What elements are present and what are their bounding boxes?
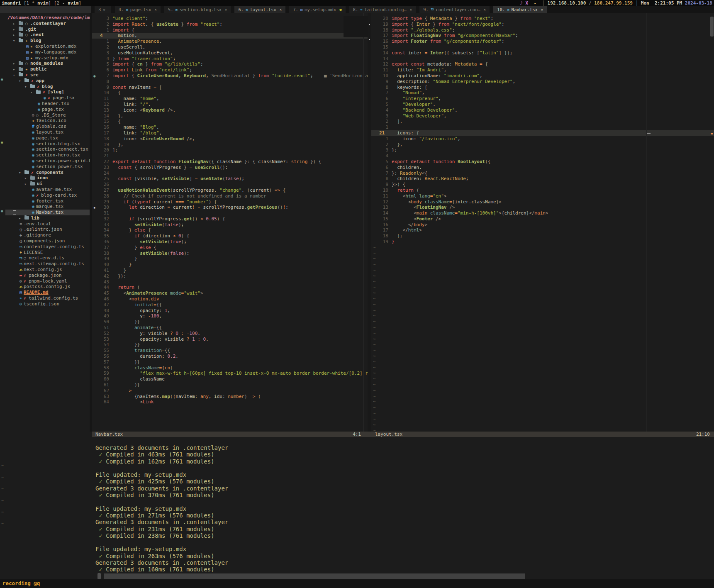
tree-item-section-power.tsx[interactable]: ◉section-power.tsx xyxy=(5,164,90,170)
tree-item-next-env.d.ts[interactable]: TS○next-env.d.ts xyxy=(5,255,90,261)
buffer-tab-my-setup.mdx[interactable]: 7.▤my-setup.mdx● xyxy=(289,6,345,13)
close-icon[interactable]: ✕ xyxy=(541,7,543,12)
editor-pane-navbar[interactable]: 3"use client";2import React, { useState … xyxy=(92,13,368,432)
tree-item-ui[interactable]: ▸ui xyxy=(5,181,90,187)
window-separator[interactable] xyxy=(368,13,371,432)
tree-item-marque.tsx[interactable]: ◉marque.tsx xyxy=(5,204,90,210)
tree-item-app[interactable]: ▾✗app xyxy=(5,78,90,84)
tree-item-layout.tsx[interactable]: ◉layout.tsx xyxy=(5,129,90,135)
code-line: 1 xyxy=(371,124,714,130)
tree-item-my-setup.mdx[interactable]: ▤★my-setup.mdx xyxy=(5,55,90,61)
code-text: "Nomad", xyxy=(392,90,424,95)
tree-item-header.tsx[interactable]: ◉header.tsx xyxy=(5,101,90,107)
tree-item-.next[interactable]: ▸○.next xyxy=(5,32,90,38)
tree-item-lib[interactable]: ▸lib xyxy=(5,215,90,221)
tree-item-globals.css[interactable]: #globals.css xyxy=(5,124,90,129)
tree-item-my-language.mdx[interactable]: ▤★my-language.mdx xyxy=(5,49,90,55)
file-icon: ⚙ xyxy=(18,301,24,307)
tree-item-label: section-connect.tsx xyxy=(36,146,88,152)
empty-line: ~ xyxy=(371,313,714,319)
tree-item-label: .gitignore xyxy=(24,232,51,238)
tree-item-postcss.config.js[interactable]: JSpostcss.config.js xyxy=(5,284,90,290)
buffer-tab-3[interactable]: 3⊕ xyxy=(95,6,111,13)
statusline-filename: layout.tsx xyxy=(375,432,402,437)
modified-dot-icon[interactable]: ● xyxy=(339,7,341,12)
tree-item-favicon.ico[interactable]: ★favicon.ico xyxy=(5,118,90,124)
tree-item-section-power-grid.tsx[interactable]: ◉section-power-grid.tsx xyxy=(5,158,90,164)
buffer-tab-Navbar.tsx[interactable]: 10.◉Navbar.tsx✕ xyxy=(493,6,547,13)
tree-item-.contentlayer[interactable]: ▸○.contentlayer xyxy=(5,21,90,27)
tree-item-.git[interactable]: ▸.git xyxy=(5,27,90,32)
tree-item-page.tsx[interactable]: ◉page.tsx xyxy=(5,135,90,141)
tree-item-package.json[interactable]: ▬✗package.json xyxy=(5,273,90,278)
close-icon[interactable]: ✕ xyxy=(484,7,486,12)
tree-item-page.tsx[interactable]: ◉page.tsx xyxy=(5,107,90,112)
tree-item-.gitignore[interactable]: ◆.gitignore xyxy=(5,232,90,238)
tree-item-src[interactable]: ▾✗src xyxy=(5,72,90,78)
tree-item-node_modules[interactable]: ▸○node_modules xyxy=(5,61,90,66)
code-line: 14 }, xyxy=(92,113,368,119)
tree-item-blog[interactable]: ▾★blog xyxy=(5,38,90,44)
tilde: ~ xyxy=(371,331,376,336)
tree-item-.DS_Store[interactable]: ⚙○.DS_Store xyxy=(5,112,90,118)
close-icon[interactable]: ✕ xyxy=(225,7,227,12)
line-number: 53 xyxy=(99,337,112,342)
buffer-tab-tailwind.config…[interactable]: 8.≈tailwind.config…✕ xyxy=(349,6,416,13)
file-icon: # xyxy=(30,124,36,129)
tree-item-.eslintrc.json[interactable]: {}.eslintrc.json xyxy=(5,227,90,232)
tree-item-components.json[interactable]: {}components.json xyxy=(5,238,90,244)
close-icon[interactable]: ✕ xyxy=(410,7,412,12)
line-number: 50 xyxy=(99,319,112,325)
tree-item-README.md[interactable]: ▤README.md xyxy=(5,290,90,295)
code-text: applicationName: "imandri.com", xyxy=(392,73,482,78)
scrollbar-thumb[interactable] xyxy=(710,17,714,37)
buffer-tab-contentlayer.con…[interactable]: 9.TScontentlayer.con…✕ xyxy=(419,6,490,13)
buffer-tab-layout.tsx[interactable]: 6.◉layout.tsx✕ xyxy=(234,6,285,13)
tree-item-page.tsx[interactable]: ◉✗page.tsx xyxy=(5,95,90,101)
line-number: 4 xyxy=(99,33,112,39)
scrollbar-thumb[interactable] xyxy=(344,16,368,37)
tree-item-blog[interactable]: ▾✗blog xyxy=(5,84,90,90)
tilde: ~ xyxy=(371,251,376,256)
tree-item-LICENSE[interactable]: ♦LICENSE xyxy=(5,250,90,256)
close-icon[interactable]: ✕ xyxy=(154,7,156,12)
tree-item-next-sitemap.config.ts[interactable]: TSnext-sitemap.config.ts xyxy=(5,261,90,267)
tree-item-Navbar.tsx[interactable]: ◉Navbar.tsx xyxy=(5,210,90,215)
editor-pane-layout[interactable]: 20import type { Metadata } from "next";1… xyxy=(371,13,714,432)
tree-item-icon[interactable]: ▸icon xyxy=(5,175,90,181)
tree-item-public[interactable]: ▸★public xyxy=(5,66,90,72)
code-line: 5 "Developer", xyxy=(371,102,714,107)
file-icon: {} xyxy=(18,239,24,244)
tree-item-section-connect.tsx[interactable]: ◉section-connect.tsx xyxy=(5,146,90,152)
scrollbar-thumb[interactable] xyxy=(97,573,101,579)
log-line: Generated 3 documents in .contentlayer xyxy=(95,485,714,492)
tmux-status-segment: Mon 2:21:05 PM xyxy=(641,0,685,6)
tree-item-next.config.js[interactable]: JSnext.config.js xyxy=(5,267,90,273)
tilde: ~ xyxy=(371,342,376,347)
close-icon[interactable]: ✕ xyxy=(280,7,282,12)
buffer-tab-page.tsx[interactable]: 4.◉page.tsx✕ xyxy=(115,6,161,13)
tmux-session-info[interactable]: imandri [1 * nvim] [2 - nvim] xyxy=(0,0,81,6)
tree-item-.env.local[interactable]: ≡.env.local xyxy=(5,221,90,227)
tree-item-avatar-me.tsx[interactable]: ◉avatar-me.tsx xyxy=(5,187,90,193)
tree-item-section-blog.tsx[interactable]: ◉section-blog.tsx xyxy=(5,141,90,147)
code-line: 18 ); xyxy=(371,233,714,239)
tree-item-pnpm-lock.yaml[interactable]: ⚙✗pnpm-lock.yaml xyxy=(5,278,90,284)
tree-item-tailwind.config.ts[interactable]: ≈✗tailwind.config.ts xyxy=(5,295,90,301)
code-line: 14const inter = Inter({ subsets: ["latin… xyxy=(371,50,714,56)
tree-item-section-hero.tsx[interactable]: ◉section-hero.tsx xyxy=(5,152,90,158)
line-number: 2 xyxy=(99,22,112,27)
line-number: 15 xyxy=(99,119,112,124)
tree-item-tsconfig.json[interactable]: ⚙tsconfig.json xyxy=(5,301,90,307)
code-line: 13 icon: <Keyboard />, xyxy=(92,107,368,113)
statusline-navbar: Navbar.tsx 4:1 xyxy=(92,432,368,437)
tree-item-footer.tsx[interactable]: ◉footer.tsx xyxy=(5,198,90,204)
terminal-pane[interactable]: Generated 3 documents in .contentlayer ✓… xyxy=(92,437,714,579)
tree-item-components[interactable]: ▾✗components xyxy=(5,170,90,176)
tree-item-[slug][interactable]: ▾✗[slug] xyxy=(5,89,90,95)
code-text: let direction = current! - scrollYProgre… xyxy=(112,205,288,210)
tree-item-blog-card.tsx[interactable]: ◉✗blog-card.tsx xyxy=(5,193,90,198)
tree-item-contentlayer.config.ts[interactable]: TScontentlayer.config.ts xyxy=(5,244,90,250)
buffer-tab-section-blog.tsx[interactable]: 5.◉section-blog.tsx✕ xyxy=(164,6,231,13)
tree-item-exploration.mdx[interactable]: ▤★exploration.mdx xyxy=(5,44,90,49)
